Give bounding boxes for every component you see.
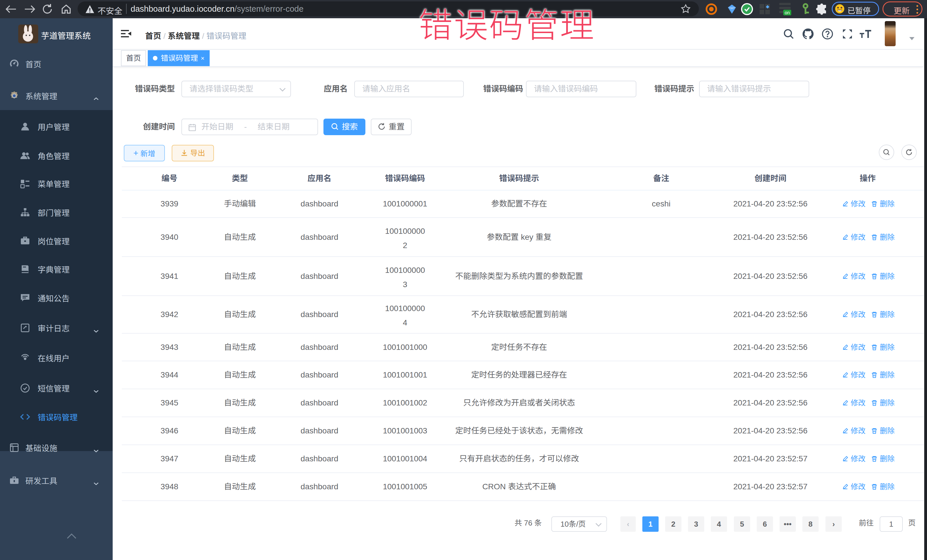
svg-text:on: on — [785, 10, 790, 15]
